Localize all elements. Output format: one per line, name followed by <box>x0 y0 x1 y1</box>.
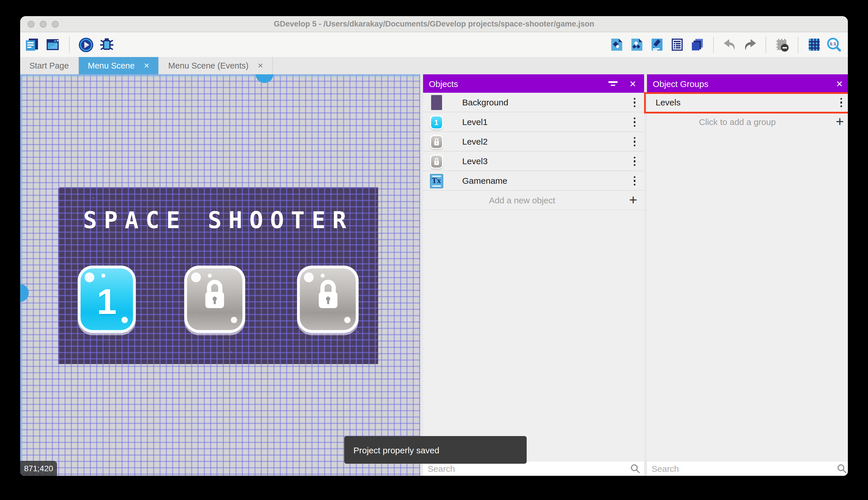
redo-icon[interactable] <box>742 37 758 53</box>
tab-start-page[interactable]: Start Page <box>20 57 79 74</box>
window-title: GDevelop 5 - /Users/dkarakay/Documents/G… <box>20 16 848 32</box>
close-tab-icon[interactable]: × <box>144 60 149 71</box>
object-name: Background <box>462 93 508 112</box>
game-scene-preview: SPACE SHOOTER 1 <box>58 187 378 364</box>
save-toast: Project properly saved <box>344 436 527 464</box>
close-tab-icon[interactable]: × <box>258 60 263 71</box>
object-groups-search-input[interactable] <box>647 462 848 476</box>
project-manager-icon[interactable] <box>24 37 40 53</box>
object-groups-empty-area <box>647 131 848 461</box>
objects-panel-header: Objects × <box>423 74 644 93</box>
object-menu-icon[interactable] <box>632 175 637 186</box>
tab-menu-scene-events[interactable]: Menu Scene (Events) × <box>159 57 273 74</box>
open-properties-panel-icon[interactable] <box>649 37 665 53</box>
scene-title-text-object[interactable]: SPACE SHOOTER <box>58 207 378 233</box>
debug-icon[interactable] <box>99 37 115 53</box>
add-object-row[interactable]: Add a new object + <box>423 191 644 210</box>
tab-label: Menu Scene <box>88 61 135 70</box>
horizontal-scrollbar[interactable] <box>20 74 420 77</box>
object-groups-panel: Object Groups × Levels Click to add a gr… <box>647 74 848 476</box>
object-name: Level3 <box>462 151 488 171</box>
add-group-row[interactable]: Click to add a group + <box>647 112 848 131</box>
undo-icon[interactable] <box>722 37 737 53</box>
scene-editor-canvas[interactable]: SPACE SHOOTER 1 <box>20 74 420 476</box>
open-object-groups-editor-icon[interactable] <box>629 37 645 53</box>
horizontal-scroll-thumb[interactable] <box>256 74 273 83</box>
object-groups-panel-title: Object Groups <box>647 79 708 88</box>
cursor-coordinates-badge: 871;420 <box>20 461 57 476</box>
tab-label: Menu Scene (Events) <box>168 61 249 70</box>
object-groups-search-bar <box>647 461 848 476</box>
scene-stars <box>58 187 59 189</box>
svg-text:1:1: 1:1 <box>830 41 836 46</box>
toolbar-left <box>20 37 115 53</box>
object-menu-icon[interactable] <box>632 156 637 167</box>
open-objects-editor-icon[interactable] <box>609 37 624 53</box>
group-menu-icon[interactable] <box>839 97 843 108</box>
search-icon <box>837 464 847 476</box>
object-menu-icon[interactable] <box>632 97 637 108</box>
objects-panel: Objects × Background 1 Level1 <box>423 74 644 476</box>
gdevelop-window: GDevelop 5 - /Users/dkarakay/Documents/G… <box>20 16 848 476</box>
tab-label: Start Page <box>30 61 69 70</box>
level3-button-object[interactable] <box>297 265 359 333</box>
add-group-label: Click to add a group <box>647 112 828 131</box>
objects-panel-title: Objects <box>423 79 458 88</box>
toolbar-right: 1:1 <box>609 37 848 53</box>
object-name: Gamename <box>462 171 507 190</box>
object-menu-icon[interactable] <box>632 136 637 147</box>
level1-digit: 1 <box>81 273 133 330</box>
panel-divider[interactable] <box>420 74 423 476</box>
object-row-level2[interactable]: Level2 <box>423 132 644 151</box>
locked-button-thumbnail <box>430 154 443 169</box>
close-panel-icon[interactable]: × <box>630 78 636 89</box>
group-name: Levels <box>656 93 681 112</box>
lock-icon <box>187 276 242 330</box>
zoom-original-icon[interactable]: 1:1 <box>826 37 842 53</box>
tab-bar: Start Page Menu Scene × Menu Scene (Even… <box>20 57 848 74</box>
object-row-background[interactable]: Background <box>423 93 644 112</box>
panel-divider[interactable] <box>644 74 647 476</box>
start-page-icon[interactable] <box>45 37 60 53</box>
filter-icon[interactable] <box>608 81 618 86</box>
toggle-grid-icon[interactable] <box>806 37 822 53</box>
object-row-level3[interactable]: Level3 <box>423 151 644 171</box>
object-name: Level2 <box>462 132 488 151</box>
open-layers-editor-icon[interactable] <box>690 37 705 53</box>
play-preview-icon[interactable] <box>78 37 94 53</box>
content: SPACE SHOOTER 1 <box>20 74 848 476</box>
toolbar: 1:1 <box>20 32 848 57</box>
level1-button-object[interactable]: 1 <box>78 265 136 333</box>
add-group-plus-icon[interactable]: + <box>836 112 844 131</box>
toolbar-divider <box>798 37 798 53</box>
level2-button-object[interactable] <box>184 265 245 333</box>
toolbar-divider <box>69 37 70 53</box>
toolbar-divider <box>713 37 714 53</box>
toolbar-divider <box>765 37 766 53</box>
lock-icon <box>300 276 356 330</box>
vertical-scrollbar[interactable] <box>20 74 22 476</box>
group-row-levels[interactable]: Levels <box>647 93 848 112</box>
add-object-label: Add a new object <box>423 191 621 210</box>
search-icon <box>630 464 640 476</box>
open-instances-list-icon[interactable] <box>669 37 685 53</box>
object-groups-panel-header: Object Groups × <box>647 74 848 93</box>
purple-rectangle-thumbnail <box>430 95 443 110</box>
objects-panel-empty-area <box>423 210 644 461</box>
tab-menu-scene[interactable]: Menu Scene × <box>79 57 159 74</box>
titlebar: GDevelop 5 - /Users/dkarakay/Documents/G… <box>20 16 848 32</box>
object-row-gamename[interactable]: Tx Gamename <box>423 171 644 191</box>
blue-level-button-thumbnail: 1 <box>430 115 443 129</box>
add-object-plus-icon[interactable]: + <box>629 191 637 210</box>
object-menu-icon[interactable] <box>632 116 637 128</box>
close-panel-icon[interactable]: × <box>836 78 843 89</box>
object-row-level1[interactable]: 1 Level1 <box>423 112 644 132</box>
text-object-thumbnail: Tx <box>430 173 443 189</box>
locked-button-thumbnail <box>430 134 443 149</box>
vertical-scroll-thumb[interactable] <box>20 284 29 302</box>
object-name: Level1 <box>462 112 488 131</box>
screen: GDevelop 5 - /Users/dkarakay/Documents/G… <box>0 0 868 500</box>
toggle-window-mask-icon[interactable] <box>774 37 790 53</box>
